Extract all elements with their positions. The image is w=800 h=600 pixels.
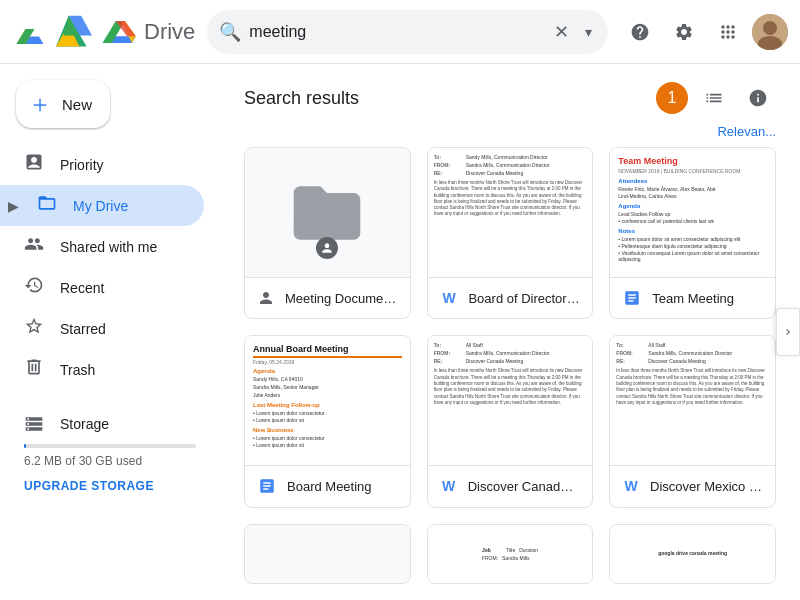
file-preview-mexico: To: All Staff FROM: Sandra Mills, Commun… [610, 336, 775, 466]
file-preview-folder [245, 148, 410, 278]
file-card-partial-2[interactable]: JobTitleDuration FROM:Sandra Mills [427, 524, 594, 584]
mexico-email-content: To: All Staff FROM: Sandra Mills, Commun… [610, 336, 775, 465]
files-grid: Meeting Documents... To: Sandy Mills, Co… [220, 147, 800, 600]
file-footer: W Discover Canada M... [428, 466, 593, 506]
content-area: Search results 1 Relevan... [220, 64, 800, 600]
file-footer: Board Meeting [245, 466, 410, 506]
file-card-meeting-documents[interactable]: Meeting Documents... [244, 147, 411, 319]
svg-point-6 [763, 21, 777, 35]
sidebar: ＋ New Priority ▶ My Drive [0, 64, 220, 600]
starred-icon [24, 316, 44, 341]
search-icon: 🔍 [219, 21, 241, 43]
file-card-team-meeting[interactable]: Team Meeting NOVEMBER 2019 | BUILDING CO… [609, 147, 776, 319]
header-icons [620, 12, 788, 52]
folder-person-badge [316, 237, 338, 259]
drive-logo-icon [100, 16, 136, 48]
file-name: Discover Mexico Me... [650, 479, 763, 494]
sidebar-item-priority[interactable]: Priority [0, 144, 204, 185]
file-card-discover-canada[interactable]: To: All Staff FROM: Sandra Mills, Commun… [427, 335, 594, 507]
storage-icon [24, 414, 44, 434]
file-card-board-of-directors[interactable]: To: Sandy Mills, Communication Director … [427, 147, 594, 319]
drive-logo-icon [12, 14, 48, 50]
storage-text: Storage [60, 416, 109, 432]
sidebar-item-starred-label: Starred [60, 321, 106, 337]
file-card-board-meeting[interactable]: Annual Board Meeting Friday, 05.24.2019 … [244, 335, 411, 507]
sidebar-item-recent[interactable]: Recent [0, 267, 204, 308]
search-bar: 🔍 ✕ ▾ [207, 10, 608, 54]
my-drive-icon [37, 193, 57, 218]
word-type-icon-3: W [622, 476, 640, 496]
priority-icon [24, 152, 44, 177]
file-preview-partial-1 [245, 525, 410, 584]
file-name: Meeting Documents... [285, 291, 398, 306]
sidebar-item-my-drive-label: My Drive [73, 198, 128, 214]
search-expand-button[interactable]: ▾ [581, 20, 596, 44]
file-preview-board: Annual Board Meeting Friday, 05.24.2019 … [245, 336, 410, 466]
avatar-image [752, 14, 788, 50]
storage-bar-background [24, 444, 196, 448]
sidebar-item-trash[interactable]: Trash [0, 349, 204, 390]
result-count-badge: 1 [656, 82, 688, 114]
content-header: Search results 1 [220, 64, 800, 124]
sidebar-item-recent-label: Recent [60, 280, 104, 296]
drive-logo-icon [56, 14, 92, 50]
storage-info-text: 6.2 MB of 30 GB used [24, 454, 196, 468]
file-name: Team Meeting [652, 291, 734, 306]
sidebar-item-shared[interactable]: Shared with me [0, 226, 204, 267]
file-card-partial-1[interactable] [244, 524, 411, 584]
relevance-button[interactable]: Relevan... [717, 124, 776, 139]
canada-email-content: To: All Staff FROM: Sandra Mills, Commun… [428, 336, 593, 465]
logo-label: Drive [144, 19, 195, 45]
folder-type-icon [257, 288, 275, 308]
team-meeting-content: Team Meeting NOVEMBER 2019 | BUILDING CO… [610, 148, 775, 277]
file-preview-email: To: Sandy Mills, Communication Director … [428, 148, 593, 278]
settings-button[interactable] [664, 12, 704, 52]
file-preview-partial-2: JobTitleDuration FROM:Sandra Mills [428, 525, 593, 584]
slides-type-icon-2 [257, 476, 277, 496]
file-card-partial-3[interactable]: google drive canada meeting [609, 524, 776, 584]
file-preview-team: Team Meeting NOVEMBER 2019 | BUILDING CO… [610, 148, 775, 278]
upgrade-storage-button[interactable]: UPGRADE STORAGE [24, 479, 154, 493]
sidebar-item-shared-label: Shared with me [60, 239, 157, 255]
user-avatar[interactable] [752, 14, 788, 50]
file-name: Board of Directors ... [468, 291, 580, 306]
storage-bar-fill [24, 444, 26, 448]
recent-icon [24, 275, 44, 300]
logo-area: Drive [12, 14, 195, 50]
sidebar-item-starred[interactable]: Starred [0, 308, 204, 349]
info-button[interactable] [740, 80, 776, 116]
list-view-button[interactable] [696, 80, 732, 116]
word-type-icon-2: W [440, 476, 458, 496]
file-preview-canada: To: All Staff FROM: Sandra Mills, Commun… [428, 336, 593, 466]
file-footer: Team Meeting [610, 278, 775, 318]
file-footer: W Discover Mexico Me... [610, 466, 775, 506]
shared-icon [24, 234, 44, 259]
relevance-bar: Relevan... [220, 124, 800, 147]
storage-section: Storage 6.2 MB of 30 GB used UPGRADE STO… [0, 398, 220, 510]
file-preview-partial-3: google drive canada meeting [610, 525, 775, 584]
scroll-right-button[interactable] [776, 308, 800, 356]
file-name: Board Meeting [287, 479, 372, 494]
main-layout: ＋ New Priority ▶ My Drive [0, 64, 800, 600]
search-clear-button[interactable]: ✕ [550, 17, 573, 47]
slides-type-icon [622, 288, 642, 308]
trash-icon [24, 357, 44, 382]
help-button[interactable] [620, 12, 660, 52]
storage-label: Storage [24, 414, 196, 434]
sidebar-item-trash-label: Trash [60, 362, 95, 378]
arrow-icon: ▶ [8, 198, 19, 214]
new-button-label: New [62, 96, 92, 113]
search-input[interactable] [249, 23, 542, 41]
file-name: Discover Canada M... [468, 479, 581, 494]
file-footer: Meeting Documents... [245, 278, 410, 318]
header: Drive 🔍 ✕ ▾ [0, 0, 800, 64]
new-icon: ＋ [28, 88, 52, 120]
content-header-right: 1 [656, 80, 776, 116]
sidebar-item-my-drive[interactable]: ▶ My Drive [0, 185, 204, 226]
sidebar-item-priority-label: Priority [60, 157, 104, 173]
file-footer: W Board of Directors ... [428, 278, 593, 318]
apps-button[interactable] [708, 12, 748, 52]
new-button[interactable]: ＋ New [16, 80, 110, 128]
file-card-discover-mexico[interactable]: To: All Staff FROM: Sandra Mills, Commun… [609, 335, 776, 507]
word-type-icon: W [440, 288, 459, 308]
